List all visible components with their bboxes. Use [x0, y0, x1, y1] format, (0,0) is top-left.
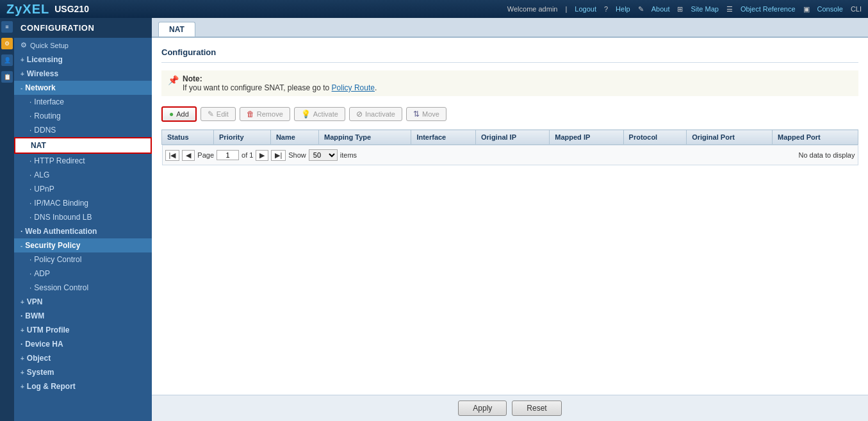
- sidebar-label-web-auth: Web Authentication: [25, 227, 97, 236]
- prev-page-btn[interactable]: ◀: [182, 150, 195, 161]
- sidebar-item-object[interactable]: + Object: [14, 351, 152, 365]
- tab-nat-label: NAT: [169, 25, 184, 34]
- sidebar-item-device-ha[interactable]: · Device HA: [14, 337, 152, 351]
- expand-icon-security: -: [20, 242, 22, 249]
- of-label: of 1: [242, 151, 253, 159]
- page-size-select[interactable]: 50 25 100: [309, 149, 338, 161]
- objref-link[interactable]: Object Reference: [741, 5, 796, 13]
- edit-icon: ✎: [208, 110, 214, 119]
- sidebar-item-security-policy[interactable]: - Security Policy: [14, 238, 152, 252]
- sitemap-icon: ⊞: [677, 5, 683, 13]
- content-body: Configuration 📌 Note: If you want to con…: [152, 38, 868, 395]
- next-page-btn[interactable]: ▶: [256, 150, 268, 161]
- help-icon: ?: [604, 5, 608, 13]
- page-label: Page: [197, 151, 214, 159]
- sidebar-item-network[interactable]: - Network: [14, 81, 152, 95]
- move-icon: ⇅: [413, 110, 420, 119]
- sidebar-item-utm[interactable]: + UTM Profile: [14, 323, 152, 337]
- inactivate-label: Inactivate: [365, 110, 395, 118]
- sidebar-item-http-redirect[interactable]: · HTTP Redirect: [14, 154, 152, 168]
- model-name: USG210: [54, 4, 89, 14]
- sidebar-item-nat[interactable]: NAT: [14, 137, 152, 154]
- dot-icon-webauth: ·: [20, 227, 22, 236]
- edit-button[interactable]: ✎ Edit: [201, 107, 236, 121]
- tab-nat[interactable]: NAT: [158, 22, 195, 37]
- sidebar-item-adp[interactable]: · ADP: [14, 267, 152, 281]
- sidebar-icon-3[interactable]: 👤: [1, 54, 13, 66]
- console-link[interactable]: Console: [817, 5, 843, 13]
- inactivate-icon: ⊘: [356, 110, 363, 119]
- dot-icon-adp: ·: [29, 269, 31, 278]
- nav-sidebar: CONFIGURATION ⚙ Quick Setup + Licensing …: [14, 18, 152, 421]
- objref-icon: ☰: [726, 5, 733, 13]
- dot-icon-ddns: ·: [29, 126, 31, 135]
- bottom-bar: Apply Reset: [152, 395, 868, 421]
- first-page-btn[interactable]: |◀: [165, 150, 180, 161]
- sidebar-label-system: System: [27, 368, 54, 377]
- sidebar-icon-1[interactable]: ≡: [1, 21, 13, 33]
- dot-icon-interface: ·: [29, 97, 31, 106]
- logout-link[interactable]: Logout: [575, 5, 596, 13]
- sidebar-label-policy-control: Policy Control: [34, 255, 81, 264]
- sidebar-item-ddns[interactable]: · DDNS: [14, 123, 152, 137]
- no-data-message: No data to display: [798, 151, 855, 159]
- sidebar-item-licensing[interactable]: + Licensing: [14, 53, 152, 67]
- expand-icon-object: +: [20, 355, 24, 362]
- col-status: Status: [162, 130, 214, 145]
- table-body: |◀ ◀ Page of 1 ▶ ▶| Show 50 25: [162, 145, 858, 166]
- logo-area: ZyXEL USG210: [6, 2, 89, 17]
- policy-route-link[interactable]: Policy Route: [332, 83, 375, 92]
- activate-label: Activate: [313, 110, 338, 118]
- page-input[interactable]: [217, 150, 239, 160]
- sidebar-item-bwm[interactable]: · BWM: [14, 309, 152, 323]
- dot-icon-dnslb: ·: [29, 213, 31, 222]
- sitemap-link[interactable]: Site Map: [691, 5, 718, 13]
- sidebar-icon-4[interactable]: 📋: [1, 71, 13, 83]
- last-page-btn[interactable]: ▶|: [271, 150, 286, 161]
- sidebar-item-wireless[interactable]: + Wireless: [14, 67, 152, 81]
- sidebar-item-routing[interactable]: · Routing: [14, 109, 152, 123]
- inactivate-button[interactable]: ⊘ Inactivate: [349, 107, 402, 121]
- sidebar-item-dns-lb[interactable]: · DNS Inbound LB: [14, 210, 152, 224]
- sidebar-item-session-ctrl[interactable]: · Session Control: [14, 281, 152, 295]
- sidebar-icon-2[interactable]: ⚙: [1, 38, 13, 49]
- move-button[interactable]: ⇅ Move: [406, 107, 446, 121]
- sidebar-label-bwm: BWM: [25, 311, 44, 320]
- sidebar-item-web-auth[interactable]: · Web Authentication: [14, 224, 152, 238]
- table-header-row: Status Priority Name Mapping Type Interf…: [162, 130, 858, 145]
- sidebar-item-ipmac[interactable]: · IP/MAC Binding: [14, 196, 152, 210]
- remove-button[interactable]: 🗑 Remove: [240, 107, 290, 121]
- sidebar-label-vpn: VPN: [27, 297, 43, 306]
- help-link[interactable]: Help: [616, 5, 630, 13]
- sidebar-item-policy-control[interactable]: · Policy Control: [14, 252, 152, 267]
- sidebar-label-ddns: DDNS: [34, 126, 56, 135]
- sidebar-item-alg[interactable]: · ALG: [14, 168, 152, 182]
- sidebar-item-vpn[interactable]: + VPN: [14, 295, 152, 309]
- apply-button[interactable]: Apply: [458, 400, 507, 416]
- move-label: Move: [422, 110, 439, 118]
- sidebar-label-alg: ALG: [34, 170, 49, 179]
- note-period: .: [375, 83, 377, 92]
- sidebar-item-interface[interactable]: · Interface: [14, 95, 152, 109]
- about-link[interactable]: About: [651, 5, 670, 13]
- main-layout: ≡ ⚙ 👤 📋 CONFIGURATION ⚙ Quick Setup + Li…: [0, 18, 868, 421]
- add-button[interactable]: ● Add: [161, 106, 197, 122]
- add-label: Add: [176, 110, 189, 118]
- pagination-row: |◀ ◀ Page of 1 ▶ ▶| Show 50 25: [162, 145, 858, 166]
- table-head: Status Priority Name Mapping Type Interf…: [162, 130, 858, 145]
- activate-button[interactable]: 💡 Activate: [294, 107, 345, 121]
- reset-button[interactable]: Reset: [512, 400, 561, 416]
- sidebar-item-upnp[interactable]: · UPnP: [14, 182, 152, 196]
- note-icon: 📌: [168, 75, 179, 85]
- tab-bar: NAT: [152, 18, 868, 38]
- sidebar-item-system[interactable]: + System: [14, 365, 152, 379]
- expand-icon-utm: +: [20, 327, 24, 334]
- about-icon: ✎: [638, 5, 644, 13]
- sidebar-label-upnp: UPnP: [34, 185, 54, 194]
- quick-setup-link[interactable]: ⚙ Quick Setup: [14, 38, 152, 53]
- activate-icon: 💡: [301, 110, 311, 119]
- console-icon: ▣: [803, 5, 810, 13]
- sidebar-item-log-report[interactable]: + Log & Report: [14, 379, 152, 393]
- col-mapping-type: Mapping Type: [319, 130, 411, 145]
- welcome-text: Welcome admin: [507, 5, 558, 13]
